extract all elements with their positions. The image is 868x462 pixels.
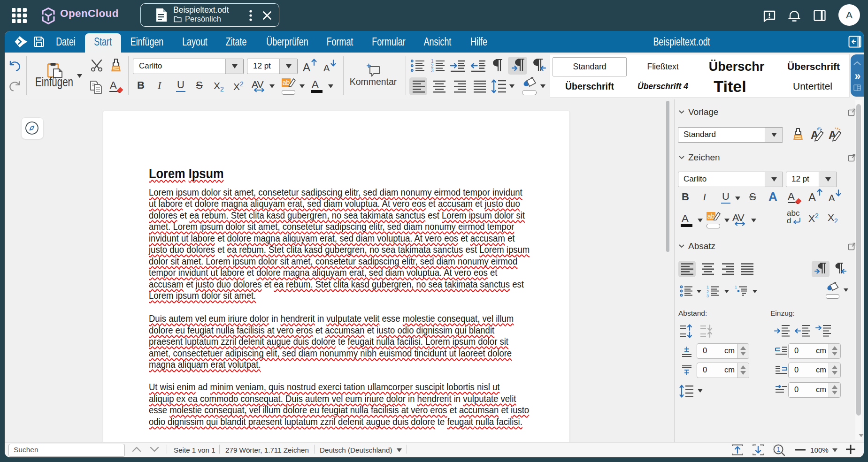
svg-text:3: 3 [707, 294, 709, 298]
svg-text:2: 2 [707, 289, 709, 294]
svg-text:1: 1 [707, 285, 709, 289]
svg-text:1: 1 [777, 446, 781, 453]
svg-text:3: 3 [431, 68, 434, 73]
svg-text:1: 1 [735, 285, 737, 289]
